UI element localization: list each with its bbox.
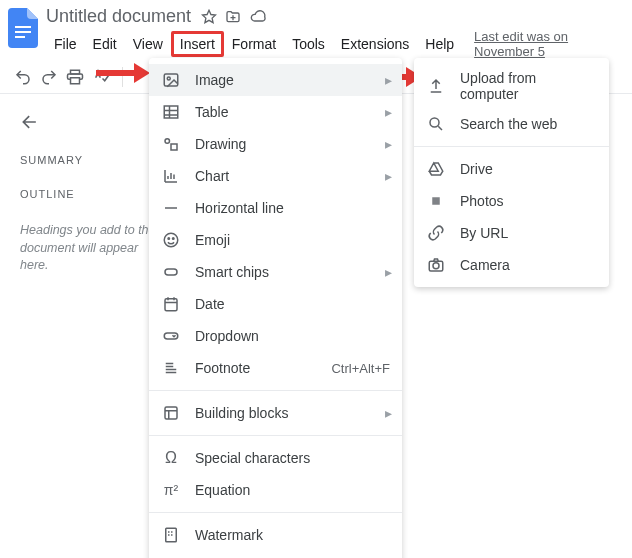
dropdown-icon <box>161 326 181 346</box>
svg-point-6 <box>167 77 170 80</box>
chevron-right-icon: ▸ <box>385 136 392 152</box>
outline-empty-note: Headings you add to the document will ap… <box>20 222 163 275</box>
back-arrow-icon[interactable] <box>20 112 163 132</box>
submenu-item-camera[interactable]: Camera <box>414 249 609 281</box>
menu-separator <box>149 512 402 513</box>
menu-tools[interactable]: Tools <box>284 32 333 56</box>
menu-format[interactable]: Format <box>224 32 284 56</box>
star-icon[interactable] <box>201 9 217 25</box>
svg-rect-13 <box>165 269 177 275</box>
drawing-icon <box>161 134 181 154</box>
menu-item-label: Horizontal line <box>195 200 284 216</box>
print-icon[interactable] <box>66 68 84 86</box>
horizontal-line-icon <box>161 198 181 218</box>
menu-separator <box>149 435 402 436</box>
svg-point-11 <box>168 238 170 240</box>
special-characters-icon: Ω <box>161 448 181 468</box>
table-icon <box>161 102 181 122</box>
camera-icon <box>426 255 446 275</box>
menu-separator <box>414 146 609 147</box>
menu-view[interactable]: View <box>125 32 171 56</box>
svg-point-8 <box>165 139 170 144</box>
menu-item-label: Chart <box>195 168 229 184</box>
svg-point-10 <box>164 233 178 247</box>
menu-item-label: Equation <box>195 482 250 498</box>
menu-item-headers-footers[interactable]: Headers & footers ▸ <box>149 551 402 558</box>
chevron-right-icon: ▸ <box>385 168 392 184</box>
undo-icon[interactable] <box>14 68 32 86</box>
submenu-item-photos[interactable]: Photos <box>414 185 609 217</box>
svg-rect-5 <box>164 74 178 86</box>
menu-item-equation[interactable]: π² Equation <box>149 474 402 506</box>
svg-rect-1 <box>15 31 31 33</box>
summary-heading: SUMMARY <box>20 154 163 166</box>
menu-item-label: Dropdown <box>195 328 259 344</box>
svg-rect-16 <box>165 407 177 419</box>
drive-icon <box>426 159 446 179</box>
menu-item-label: Special characters <box>195 450 310 466</box>
svg-point-21 <box>433 263 439 269</box>
submenu-item-label: Photos <box>460 193 504 209</box>
menu-extensions[interactable]: Extensions <box>333 32 417 56</box>
menu-insert[interactable]: Insert <box>171 31 224 57</box>
menu-file[interactable]: File <box>46 32 85 56</box>
menu-edit[interactable]: Edit <box>85 32 125 56</box>
submenu-item-label: Search the web <box>460 116 557 132</box>
building-blocks-icon <box>161 403 181 423</box>
emoji-icon <box>161 230 181 250</box>
menu-item-label: Image <box>195 72 234 88</box>
search-icon <box>426 114 446 134</box>
submenu-item-label: Upload from computer <box>460 70 597 102</box>
title-action-icons <box>201 9 267 25</box>
submenu-item-drive[interactable]: Drive <box>414 153 609 185</box>
last-edit-link[interactable]: Last edit was on November 5 <box>474 29 624 59</box>
redo-icon[interactable] <box>40 68 58 86</box>
submenu-item-label: By URL <box>460 225 508 241</box>
equation-icon: π² <box>161 480 181 500</box>
menu-item-smart-chips[interactable]: Smart chips ▸ <box>149 256 402 288</box>
smart-chips-icon <box>161 262 181 282</box>
menu-item-date[interactable]: Date <box>149 288 402 320</box>
svg-rect-14 <box>165 299 177 311</box>
menu-item-building-blocks[interactable]: Building blocks ▸ <box>149 397 402 429</box>
svg-rect-9 <box>171 144 177 150</box>
svg-rect-0 <box>15 26 31 28</box>
svg-rect-2 <box>15 36 25 38</box>
menu-item-dropdown[interactable]: Dropdown <box>149 320 402 352</box>
photos-icon <box>426 191 446 211</box>
move-icon[interactable] <box>225 9 241 25</box>
menu-item-label: Table <box>195 104 228 120</box>
submenu-item-label: Camera <box>460 257 510 273</box>
menu-item-footnote[interactable]: Footnote Ctrl+Alt+F <box>149 352 402 384</box>
menu-item-label: Drawing <box>195 136 246 152</box>
submenu-item-by-url[interactable]: By URL <box>414 217 609 249</box>
cloud-icon[interactable] <box>249 9 267 25</box>
menu-separator <box>149 390 402 391</box>
menu-help[interactable]: Help <box>417 32 462 56</box>
document-title[interactable]: Untitled document <box>46 6 191 27</box>
svg-rect-7 <box>164 106 178 118</box>
image-submenu: Upload from computer Search the web Driv… <box>414 58 609 287</box>
date-icon <box>161 294 181 314</box>
docs-logo-icon <box>8 8 38 48</box>
submenu-item-search-web[interactable]: Search the web <box>414 108 609 140</box>
chevron-right-icon: ▸ <box>385 72 392 88</box>
menu-item-horizontal-line[interactable]: Horizontal line <box>149 192 402 224</box>
submenu-item-label: Drive <box>460 161 493 177</box>
menu-item-table[interactable]: Table ▸ <box>149 96 402 128</box>
watermark-icon <box>161 525 181 545</box>
menu-item-label: Date <box>195 296 225 312</box>
menubar: File Edit View Insert Format Tools Exten… <box>46 29 624 59</box>
menu-item-watermark[interactable]: Watermark <box>149 519 402 551</box>
menu-item-special-characters[interactable]: Ω Special characters <box>149 442 402 474</box>
menu-item-label: Emoji <box>195 232 230 248</box>
menu-item-chart[interactable]: Chart ▸ <box>149 160 402 192</box>
chevron-right-icon: ▸ <box>385 264 392 280</box>
annotation-arrow-insert <box>96 62 152 84</box>
menu-item-image[interactable]: Image ▸ <box>149 64 402 96</box>
chevron-right-icon: ▸ <box>385 104 392 120</box>
menu-item-drawing[interactable]: Drawing ▸ <box>149 128 402 160</box>
submenu-item-upload[interactable]: Upload from computer <box>414 64 609 108</box>
menu-item-emoji[interactable]: Emoji <box>149 224 402 256</box>
upload-icon <box>426 76 446 96</box>
